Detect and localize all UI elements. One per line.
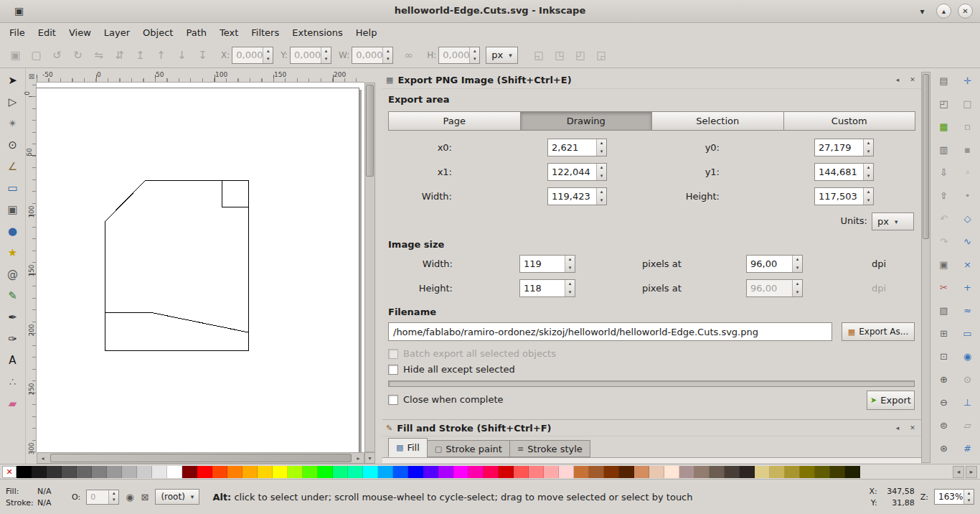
palette-swatch[interactable]	[423, 466, 438, 478]
star-tool[interactable]: ★	[3, 243, 23, 263]
menu-help[interactable]: Help	[349, 24, 384, 41]
snap-rotation-center-icon[interactable]: ⊙	[958, 370, 977, 388]
zoom-drawing-icon[interactable]: ⊛	[935, 439, 953, 457]
affect-dimensions-toggle-icon[interactable]: ◳	[550, 45, 570, 65]
palette-swatch[interactable]	[107, 466, 122, 478]
rotate-ccw-icon[interactable]: ↺	[47, 45, 67, 65]
area-height-steppers[interactable]: ▴▾	[863, 188, 873, 205]
zoom-in-icon[interactable]: ⊕	[935, 370, 953, 388]
paste-icon[interactable]: ▧	[935, 301, 953, 319]
palette-swatch[interactable]	[273, 466, 288, 478]
snap-text-baseline-icon[interactable]: ⊥	[958, 393, 977, 411]
palette-swatch[interactable]	[62, 466, 77, 478]
area-button-custom[interactable]: Custom	[783, 111, 916, 131]
palette-swatch[interactable]	[468, 466, 484, 478]
no-color-swatch[interactable]: ✕	[2, 466, 17, 478]
rectangle-tool[interactable]: ▭	[3, 178, 23, 198]
dpi-height-spinbox[interactable]: 96,00▴▾	[746, 279, 803, 297]
selector-tool[interactable]: ➤	[3, 70, 23, 90]
palette-swatch[interactable]	[318, 466, 333, 478]
palette-swatch[interactable]	[242, 466, 258, 478]
palette-scroll-left-icon[interactable]: ◂	[953, 466, 964, 478]
window-close-icon[interactable]: ✕	[958, 4, 973, 19]
palette-swatch[interactable]	[348, 466, 363, 478]
menu-view[interactable]: View	[62, 24, 98, 41]
layer-visibility-eye-icon[interactable]: ◉	[126, 492, 133, 503]
save-document-icon[interactable]: ▦	[935, 117, 953, 136]
palette-swatch[interactable]	[649, 466, 664, 478]
area-width-spinbox[interactable]: 119,423▴▾	[547, 187, 607, 205]
tweak-tool[interactable]: ✴	[3, 113, 23, 134]
area-button-selection[interactable]: Selection	[651, 111, 784, 131]
panel-close-icon[interactable]: ✕	[908, 75, 918, 85]
dpi-width-steppers[interactable]: ▴▾	[792, 256, 802, 272]
window-menu-icon[interactable]: ▾	[915, 4, 930, 19]
palette-swatch[interactable]	[152, 466, 167, 478]
area-height-spinbox[interactable]: 117,503▴▾	[814, 187, 874, 205]
palette-swatch[interactable]	[830, 466, 845, 478]
scroll-down-icon[interactable]: ▾	[364, 452, 375, 464]
palette-swatch[interactable]	[619, 466, 634, 478]
palette-swatch[interactable]	[484, 466, 499, 478]
rotate-cw-icon[interactable]: ↻	[68, 45, 88, 65]
x0-steppers[interactable]: ▴▾	[596, 139, 606, 156]
palette-swatch[interactable]	[303, 466, 318, 478]
y1-steppers[interactable]: ▴▾	[863, 164, 873, 180]
spiral-tool[interactable]: @	[3, 264, 23, 284]
palette-swatch[interactable]	[845, 466, 860, 478]
palette-swatch[interactable]	[197, 466, 212, 478]
palette-swatch[interactable]	[137, 466, 152, 478]
snap-line-midpoint-icon[interactable]: ▭	[958, 324, 977, 342]
palette-scroll-right-icon[interactable]: ▸	[966, 466, 977, 478]
h-spinbox[interactable]: 0,000▴▾	[438, 47, 480, 64]
palette-swatch[interactable]	[529, 466, 544, 478]
palette-swatch[interactable]	[333, 466, 348, 478]
image-width-spinbox[interactable]: 119▴▾	[519, 255, 575, 273]
vertical-scrollbar[interactable]	[364, 83, 375, 452]
zoom-page-icon[interactable]: ⊜	[935, 416, 953, 434]
palette-swatch[interactable]	[815, 466, 830, 478]
panel-close-icon[interactable]: ✕	[908, 423, 918, 433]
palette-swatch[interactable]	[589, 466, 604, 478]
lower-to-bottom-icon[interactable]: ↧	[193, 45, 212, 65]
guide-lock-icon[interactable]: ⊠	[27, 71, 37, 82]
snap-page-border-icon[interactable]: ▱	[958, 416, 977, 434]
import-icon[interactable]: ⇩	[935, 163, 953, 182]
node-tool[interactable]: ▷	[3, 92, 23, 112]
copy-icon[interactable]: ▣	[935, 255, 953, 274]
text-tool[interactable]: A	[3, 350, 23, 370]
new-document-icon[interactable]: ▤	[935, 71, 953, 90]
menu-filters[interactable]: Filters	[245, 24, 286, 41]
fill-stroke-indicator[interactable]: Fill: N/A Stroke: N/A	[6, 487, 66, 508]
dpi-height-steppers[interactable]: ▴▾	[792, 280, 802, 296]
palette-swatch[interactable]	[559, 466, 574, 478]
snap-nodes-icon[interactable]: ◇	[958, 209, 977, 228]
snap-grid-guide-icon[interactable]: #	[958, 439, 977, 457]
palette-swatch[interactable]	[664, 466, 679, 478]
palette-swatch[interactable]	[710, 466, 725, 478]
menu-object[interactable]: Object	[136, 24, 179, 41]
palette-swatch[interactable]	[77, 466, 92, 478]
palette-swatch[interactable]	[453, 466, 468, 478]
raise-icon[interactable]: ↑	[151, 45, 171, 65]
palette-swatch[interactable]	[544, 466, 559, 478]
palette-swatch[interactable]	[363, 466, 378, 478]
tab-stroke-paint[interactable]: ▢Stroke paint	[427, 440, 510, 457]
pen-tool[interactable]: ✒	[3, 307, 23, 327]
palette-swatch[interactable]	[408, 466, 423, 478]
menu-text[interactable]: Text	[213, 24, 245, 41]
area-width-steppers[interactable]: ▴▾	[596, 188, 606, 205]
zoom-spinbox[interactable]: 163%▴▾	[934, 489, 974, 505]
scroll-left-icon[interactable]: ◂	[37, 453, 48, 463]
affect-corners-toggle-icon[interactable]: ◲	[592, 45, 611, 65]
palette-swatch[interactable]	[770, 466, 785, 478]
y-spinbox[interactable]: 0,000▴▾	[290, 47, 331, 64]
w-steppers[interactable]: ▴▾	[382, 47, 392, 63]
box3d-tool[interactable]: ▣	[3, 200, 23, 220]
menu-extensions[interactable]: Extensions	[286, 24, 349, 41]
palette-swatch[interactable]	[288, 466, 303, 478]
image-height-spinbox[interactable]: 118▴▾	[519, 279, 575, 297]
snap-bbox-corner-icon[interactable]: ▪	[958, 140, 977, 159]
opacity-spinbox[interactable]: 0▴▾	[86, 490, 119, 505]
close-when-complete-checkbox[interactable]	[388, 395, 398, 405]
